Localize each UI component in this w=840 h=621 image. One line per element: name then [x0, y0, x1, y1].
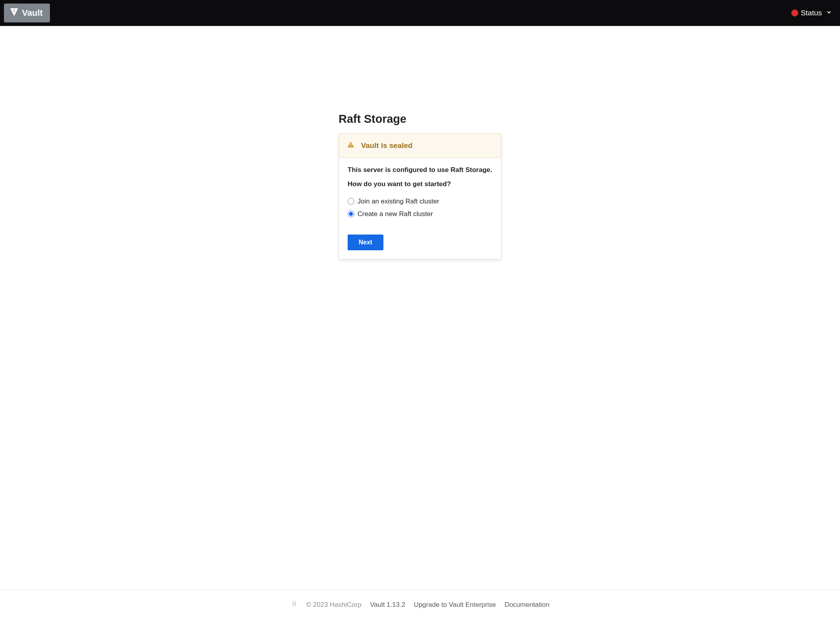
svg-rect-5: [350, 144, 351, 146]
svg-point-0: [13, 9, 14, 10]
warning-icon: [347, 141, 355, 150]
svg-point-1: [15, 9, 15, 10]
alert-text: Vault is sealed: [361, 141, 413, 150]
status-indicator-icon: [791, 9, 798, 17]
raft-card: Vault is sealed This server is configure…: [339, 133, 501, 259]
main-content: Raft Storage Vault is sealed This server…: [0, 26, 840, 590]
chevron-down-icon: [826, 9, 832, 17]
brand-logo[interactable]: Vault: [4, 4, 50, 22]
hashicorp-icon: [291, 600, 298, 609]
vault-logo-icon: [9, 7, 22, 18]
footer-copyright: © 2023 HashiCorp: [306, 601, 361, 609]
app-footer: © 2023 HashiCorp Vault 1.13.2 Upgrade to…: [0, 590, 840, 621]
documentation-link[interactable]: Documentation: [505, 601, 549, 609]
status-menu[interactable]: Status: [791, 9, 832, 17]
radio-join-input[interactable]: [348, 198, 354, 205]
radio-create-label: Create a new Raft cluster: [357, 210, 433, 218]
app-header: Vault Status: [0, 0, 840, 26]
radio-create-input[interactable]: [348, 211, 354, 217]
svg-point-4: [14, 12, 15, 13]
card-body: This server is configured to use Raft St…: [339, 158, 501, 259]
next-button[interactable]: Next: [348, 235, 383, 250]
radio-option-create[interactable]: Create a new Raft cluster: [348, 210, 492, 218]
page-title: Raft Storage: [339, 113, 501, 126]
sealed-alert: Vault is sealed: [339, 133, 501, 158]
radio-join-label: Join an existing Raft cluster: [357, 198, 439, 205]
brand-name: Vault: [22, 8, 43, 18]
upgrade-link[interactable]: Upgrade to Vault Enterprise: [414, 601, 496, 609]
svg-rect-6: [350, 146, 351, 147]
radio-option-join[interactable]: Join an existing Raft cluster: [348, 198, 492, 205]
svg-point-3: [15, 11, 15, 11]
svg-point-2: [13, 11, 14, 11]
status-label: Status: [801, 9, 822, 17]
card-question: How do you want to get started?: [348, 180, 492, 188]
footer-version: Vault 1.13.2: [370, 601, 405, 609]
card-description: This server is configured to use Raft St…: [348, 166, 492, 175]
cluster-choice-group: Join an existing Raft cluster Create a n…: [348, 198, 492, 218]
